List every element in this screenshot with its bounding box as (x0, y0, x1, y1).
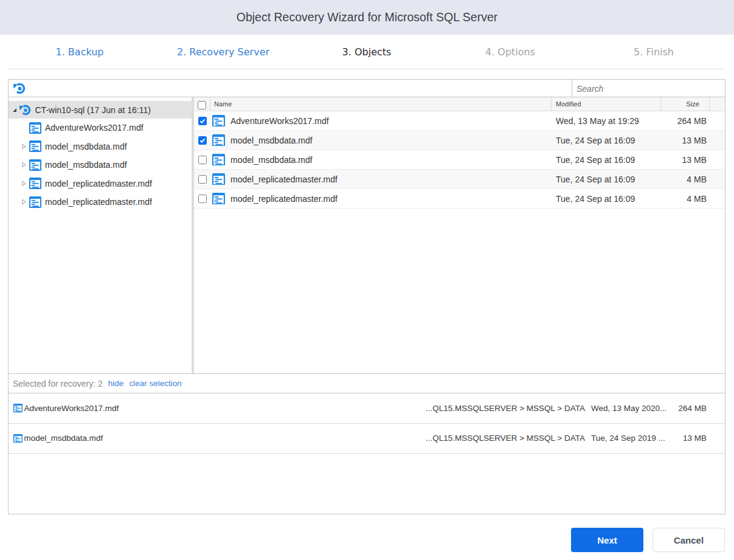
select-all-checkbox[interactable] (198, 101, 206, 109)
tree-root-label: CT-win10-sql (17 Jun at 16:11) (35, 105, 151, 115)
file-icon-wrap (29, 159, 41, 171)
checkmark-icon (199, 176, 206, 183)
object-recovery-wizard-window: Object Recovery Wizard for Microsoft SQL… (0, 0, 734, 560)
expander-collapsed-icon[interactable] (22, 181, 27, 187)
wizard-step[interactable]: 5. Finish (582, 46, 725, 58)
file-modified: Tue, 24 Sep at 16:09 (552, 175, 661, 184)
file-icon-wrap (29, 196, 41, 208)
selected-file-size: 264 MB (678, 393, 707, 423)
tree-item-label: model_replicatedmaster.mdf (45, 179, 152, 188)
window-title: Object Recovery Wizard for Microsoft SQL… (237, 10, 497, 24)
selected-file-name-group: AdventureWorks2017.mdf (13, 393, 119, 423)
selection-bar: Selected for recovery: 2 hide clear sele… (9, 374, 725, 393)
expander-collapsed-icon[interactable] (22, 199, 27, 205)
file-name: model_msdbdata.mdf (230, 155, 313, 165)
tree-item-label: model_msdbdata.mdf (45, 160, 127, 170)
selected-file-path: ...QL15.MSSQLSERVER > MSSQL > DATA (426, 424, 585, 454)
wizard-step-label: 1. Backup (56, 46, 104, 58)
column-header-name[interactable]: Name (210, 97, 552, 111)
cancel-button[interactable]: Cancel (653, 528, 725, 552)
selected-file-row[interactable]: AdventureWorks2017.mdf ...QL15.MSSQLSERV… (9, 393, 725, 424)
selected-file-path: ...QL15.MSSQLSERVER > MSSQL > DATA (426, 393, 585, 423)
hide-link[interactable]: hide (108, 379, 124, 388)
file-modified: Tue, 24 Sep at 16:09 (552, 194, 661, 204)
selected-files-list: AdventureWorks2017.mdf ...QL15.MSSQLSERV… (9, 393, 725, 454)
selected-file-row[interactable]: model_msdbdata.mdf ...QL15.MSSQLSERVER >… (9, 424, 725, 454)
tree-item-expander[interactable] (22, 143, 27, 150)
row-checkbox-cell (194, 156, 210, 164)
file-row[interactable]: model_msdbdata.mdf Tue, 24 Sep at 16:09 … (194, 150, 725, 170)
search-box (572, 80, 725, 97)
file-name: AdventureWorks2017.mdf (230, 116, 329, 126)
tree-item-expander[interactable] (22, 181, 27, 187)
wizard-step-label: 4. Options (485, 46, 535, 58)
file-row[interactable]: model_replicatedmaster.mdf Tue, 24 Sep a… (194, 170, 725, 189)
tree-item[interactable]: model_replicatedmaster.mdf (9, 193, 192, 212)
file-modified: Tue, 24 Sep at 16:09 (552, 155, 661, 165)
row-checkbox[interactable] (198, 117, 207, 125)
clear-selection-link[interactable]: clear selection (129, 379, 181, 388)
recovery-point-icon (13, 81, 26, 95)
tree-item[interactable]: AdventureWorks2017.mdf (9, 119, 192, 137)
file-row[interactable]: model_msdbdata.mdf Tue, 24 Sep at 16:09 … (194, 131, 725, 150)
row-checkbox[interactable] (198, 136, 207, 145)
wizard-step-label: 3. Objects (342, 46, 392, 58)
row-checkbox[interactable] (198, 195, 207, 203)
tree-root-node[interactable]: CT-win10-sql (17 Jun at 16:11) (9, 101, 192, 119)
database-file-icon (29, 122, 41, 134)
search-input[interactable] (572, 80, 725, 97)
tree-item-expander[interactable] (22, 199, 27, 205)
selected-file-size: 13 MB (683, 424, 707, 454)
wizard-step[interactable]: 4. Options (438, 46, 582, 58)
expander-collapsed-icon[interactable] (22, 143, 27, 150)
wizard-step[interactable]: 1. Backup (8, 46, 151, 58)
file-icon-wrap (212, 115, 225, 127)
database-file-icon (29, 178, 41, 189)
toolbar (9, 80, 725, 97)
row-checkbox[interactable] (198, 156, 207, 164)
database-file-icon (212, 115, 225, 127)
tree-item[interactable]: model_msdbdata.mdf (9, 137, 192, 156)
tree-item[interactable]: model_msdbdata.mdf (9, 156, 192, 175)
row-checkbox[interactable] (198, 175, 207, 184)
expander-expanded-icon[interactable] (12, 108, 17, 112)
database-file-icon (13, 404, 23, 412)
checkmark-icon (199, 137, 206, 144)
files-table-body: AdventureWorks2017.mdf Wed, 13 May at 19… (194, 111, 725, 209)
row-checkbox-cell (194, 175, 210, 184)
files-table-header: Name Modified Size (194, 97, 725, 111)
tree-item-label: model_msdbdata.mdf (45, 142, 127, 151)
tree-item-label: model_replicatedmaster.mdf (45, 197, 152, 207)
next-button[interactable]: Next (571, 528, 643, 552)
file-row[interactable]: AdventureWorks2017.mdf Wed, 13 May at 19… (194, 111, 725, 131)
column-header-size[interactable]: Size (661, 97, 710, 111)
file-row[interactable]: model_replicatedmaster.mdf Tue, 24 Sep a… (194, 189, 725, 209)
file-size: 4 MB (661, 194, 710, 204)
file-size: 4 MB (661, 175, 710, 184)
selected-file-date: Wed, 13 May 2020... (591, 393, 666, 423)
wizard-step[interactable]: 2. Recovery Server (151, 46, 295, 58)
selection-count-label: Selected for recovery: 2 (13, 379, 103, 389)
content-shell: CT-win10-sql (17 Jun at 16:11) (8, 79, 725, 514)
wizard-step[interactable]: 3. Objects (295, 46, 438, 58)
database-file-icon (13, 434, 23, 443)
selected-file-name: model_msdbdata.mdf (24, 434, 103, 443)
selection-label-text: Selected for recovery: (13, 379, 95, 389)
tree-item[interactable]: model_replicatedmaster.mdf (9, 175, 192, 193)
expander-collapsed-icon[interactable] (22, 162, 27, 168)
selected-file-date: Tue, 24 Sep 2019 ... (591, 424, 665, 454)
file-modified: Tue, 24 Sep at 16:09 (552, 136, 661, 145)
column-header-modified[interactable]: Modified (552, 97, 661, 111)
file-name: model_replicatedmaster.mdf (230, 175, 338, 184)
file-icon-wrap (29, 122, 41, 134)
file-icon-wrap (212, 154, 225, 166)
wizard-steps: 1. Backup 2. Recovery Server 3. Objects … (8, 35, 725, 69)
panes: CT-win10-sql (17 Jun at 16:11) (9, 97, 725, 374)
database-file-icon (29, 196, 41, 208)
window-titlebar: Object Recovery Wizard for Microsoft SQL… (0, 0, 734, 35)
tree-item-expander[interactable] (22, 162, 27, 168)
file-icon-wrap (212, 173, 225, 185)
refresh-button[interactable] (13, 81, 26, 95)
selected-file-name: AdventureWorks2017.mdf (24, 404, 119, 413)
tree-root-expander[interactable] (12, 108, 16, 112)
